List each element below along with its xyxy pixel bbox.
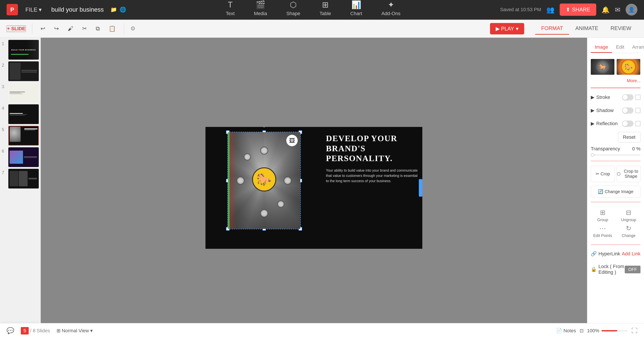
- tab-arrange[interactable]: Arrange: [628, 42, 644, 53]
- table-icon: ⊞: [322, 0, 328, 10]
- panel-divider-3: [591, 202, 640, 202]
- fit-icon[interactable]: ⊡: [580, 328, 584, 333]
- notes-button[interactable]: 📄 Notes: [556, 328, 576, 333]
- reflection-toggle[interactable]: [622, 121, 634, 127]
- view-mode-selector[interactable]: ⊞ Normal View ▾: [56, 328, 93, 333]
- tab-review[interactable]: REVIEW: [604, 23, 638, 35]
- right-panel-tabs: Image Edit Arrange: [591, 42, 640, 53]
- slide-preview-5[interactable]: [8, 126, 39, 146]
- group-icon: ⊞: [600, 209, 606, 216]
- change-image-button[interactable]: 🔄 Change Image: [591, 186, 640, 197]
- transparency-slider[interactable]: [591, 154, 640, 156]
- tab-image[interactable]: Image: [591, 42, 612, 53]
- add-slide-button[interactable]: + SLIDE: [6, 26, 26, 32]
- saved-status: Saved at 10:53 PM: [500, 7, 541, 13]
- actions-grid: ⊞ Group ⊟ Ungroup ⋯ Edit Points ↻ Change: [591, 206, 640, 240]
- slide-thumb-7[interactable]: 7: [2, 169, 39, 188]
- text-icon: T: [228, 0, 233, 10]
- copy-button[interactable]: ⧉: [94, 24, 102, 33]
- fullscreen-icon[interactable]: ⛶: [631, 327, 638, 334]
- slide-preview-1[interactable]: BUILD YOUR BUSINESS: [8, 40, 39, 60]
- transparency-value: 0 %: [632, 146, 640, 152]
- bottombar-right: 📄 Notes ⊡ 100% ⛶: [556, 327, 638, 334]
- chat-icon[interactable]: 💬: [6, 327, 14, 334]
- transparency-thumb[interactable]: [591, 153, 594, 157]
- toolbar-text[interactable]: T Text: [223, 0, 238, 19]
- slide-thumb-5[interactable]: 5: [2, 126, 39, 146]
- group-action[interactable]: ⊞ Group: [591, 209, 615, 222]
- notifications-icon[interactable]: 🔔: [602, 6, 610, 14]
- slide-preview-6[interactable]: [8, 147, 39, 167]
- tab-edit[interactable]: Edit: [612, 42, 628, 53]
- image-variant-1[interactable]: 🐎: [591, 59, 614, 75]
- slide-preview-4[interactable]: [8, 104, 39, 124]
- current-slide-number: 5: [21, 327, 29, 334]
- lock-toggle[interactable]: OFF: [625, 266, 640, 273]
- zoom-value: 100%: [587, 328, 599, 333]
- slide-thumb-4[interactable]: 4: [2, 104, 39, 124]
- format-tabs: FORMAT ANIMATE REVIEW: [535, 23, 638, 35]
- view-dropdown-icon: ▾: [90, 328, 93, 333]
- panel-divider-2: [591, 161, 640, 161]
- toolbar-table[interactable]: ⊞ Table: [316, 0, 334, 19]
- toolbar-shape[interactable]: ⬡ Shape: [283, 0, 304, 19]
- crop-shape-icon: ⬡: [617, 171, 620, 176]
- transparency-section: Transparency 0 %: [591, 146, 640, 157]
- cut-button[interactable]: ✂: [80, 24, 89, 33]
- slide-thumb-1[interactable]: 1 BUILD YOUR BUSINESS: [2, 40, 39, 60]
- shadow-checkbox[interactable]: [635, 108, 640, 113]
- media-icon: 🎬: [256, 0, 266, 10]
- messages-icon[interactable]: ✉: [615, 6, 620, 14]
- stroke-toggle[interactable]: [622, 94, 634, 100]
- crop-to-shape-button[interactable]: ⬡ Crop to Shape: [616, 165, 641, 182]
- share-button[interactable]: ⬆ SHARE: [560, 4, 596, 16]
- redo-button[interactable]: ↪: [52, 24, 61, 33]
- format-painter-button[interactable]: 🖌: [66, 24, 76, 33]
- selected-image[interactable]: 🐎 🖼: [227, 132, 301, 229]
- paste-button[interactable]: 📋: [106, 24, 118, 33]
- slide-canvas: 🐎 🖼: [206, 127, 422, 249]
- slide-thumb-2[interactable]: 2: [2, 61, 39, 81]
- crop-button[interactable]: ✂ Crop: [591, 165, 615, 182]
- more-link[interactable]: More...: [591, 78, 640, 83]
- reset-button[interactable]: Reset: [618, 132, 640, 142]
- settings-icon[interactable]: ⚙: [130, 25, 135, 32]
- slide-preview-2[interactable]: [8, 61, 39, 81]
- user-avatar[interactable]: 👤: [626, 4, 638, 16]
- add-link-button[interactable]: Add Link: [622, 251, 640, 257]
- tab-format[interactable]: FORMAT: [535, 23, 569, 35]
- image-variant-2[interactable]: 🐎: [616, 59, 640, 75]
- reflection-checkbox[interactable]: [635, 121, 640, 126]
- main-area: 1 BUILD YOUR BUSINESS 2: [0, 38, 644, 338]
- slide-thumb-3[interactable]: 3: [2, 83, 39, 103]
- toolbar-addons[interactable]: ✦ Add-Ons: [378, 0, 404, 19]
- toolbar-chart[interactable]: 📊 Chart: [347, 0, 365, 19]
- reflection-label: Reflection: [596, 121, 618, 127]
- zoom-slider[interactable]: [602, 330, 628, 331]
- secondary-toolbar: + SLIDE ↩ ↪ 🖌 ✂ ⧉ 📋 ⚙ ▶ PLAY ▾ FORMAT AN…: [0, 20, 644, 38]
- tab-animate[interactable]: ANIMATE: [569, 23, 604, 35]
- slide-panel: 1 BUILD YOUR BUSINESS 2: [0, 38, 41, 338]
- globe-icon[interactable]: 🌐: [120, 7, 126, 13]
- share-icon: ⬆: [566, 7, 570, 13]
- play-button[interactable]: ▶ PLAY ▾: [490, 23, 524, 35]
- edit-points-action[interactable]: ⋯ Edit Points: [591, 224, 615, 238]
- stroke-checkbox[interactable]: [635, 95, 640, 100]
- hyperlink-icon: 🔗: [591, 251, 597, 257]
- change-action[interactable]: ↻ Change: [617, 224, 641, 238]
- file-button[interactable]: FILE ▾: [22, 5, 45, 15]
- slide-preview-3[interactable]: [8, 83, 39, 103]
- total-slides: 8 Slides: [33, 328, 50, 333]
- zoom-controls: 100%: [587, 328, 628, 333]
- folder-icon[interactable]: 📁: [110, 7, 117, 13]
- image-replace-icon[interactable]: 🖼: [286, 135, 298, 146]
- users-icon[interactable]: 👥: [546, 6, 554, 14]
- slide-thumb-6[interactable]: 6: [2, 147, 39, 167]
- undo-button[interactable]: ↩: [38, 24, 48, 33]
- stroke-row: ▶ Stroke: [591, 93, 640, 102]
- shadow-toggle[interactable]: [622, 107, 634, 114]
- panel-divider-1: [591, 88, 640, 88]
- toolbar-media[interactable]: 🎬 Media: [251, 0, 270, 19]
- slide-preview-7[interactable]: [8, 169, 39, 188]
- ungroup-action[interactable]: ⊟ Ungroup: [617, 209, 641, 222]
